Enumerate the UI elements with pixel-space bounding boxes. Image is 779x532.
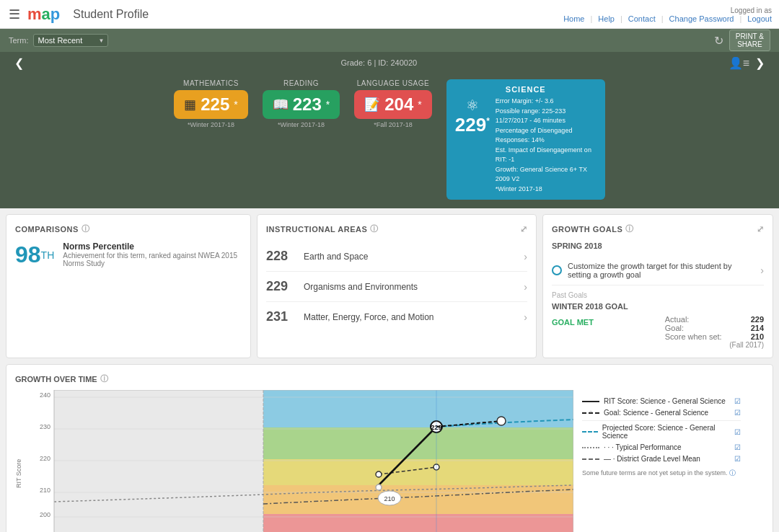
svg-rect-3: [263, 427, 573, 459]
comparisons-title: COMPARISONS ⓘ: [15, 223, 242, 234]
score-when-set-note: (Fall 2017): [665, 341, 764, 349]
legend-check-2[interactable]: ☑: [734, 409, 741, 417]
goal-label: Goal:: [665, 324, 684, 332]
goal-value: 214: [751, 324, 764, 332]
legend-solid-black-line: [582, 401, 599, 402]
language-term: *Fall 2017-18: [354, 121, 432, 128]
math-term: *Winter 2017-18: [174, 121, 248, 128]
growth-goals-info-icon[interactable]: ⓘ: [625, 223, 634, 234]
term-select[interactable]: Most Recent Winter 2017-18 Fall 2017-18: [33, 34, 108, 47]
legend-check-3[interactable]: ☑: [734, 428, 741, 436]
svg-rect-4: [263, 459, 573, 485]
inst-score-3: 231: [266, 309, 295, 324]
percentile-info: Norms Percentile Achievement for this te…: [63, 241, 242, 267]
goal-actuals: Actual: 229 Goal: 214 Score when set: 21…: [665, 315, 764, 349]
language-icon: 📝: [364, 97, 380, 112]
legend-district: — · District Grade Level Mean ☑: [582, 455, 741, 463]
legend-check-1[interactable]: ☑: [734, 397, 741, 405]
science-score-area: ⚛ 229*: [455, 97, 490, 194]
reading-term: *Winter 2017-18: [263, 121, 340, 128]
actual-row: Actual: 229: [665, 315, 764, 324]
next-student-arrow[interactable]: ❯: [749, 56, 770, 70]
chart-wrapper: 240 230 220 210 200 190: [25, 390, 573, 532]
chart-legend: RIT Score: Science - General Science ☑ ○…: [582, 390, 741, 532]
refresh-icon[interactable]: ↻: [714, 34, 723, 48]
reading-badge: 📖 223*: [263, 90, 340, 119]
science-score: 229*: [455, 114, 490, 136]
science-details: Error Margin: +/- 3.6 Possible range: 22…: [496, 97, 597, 194]
customize-goal-text: Customize the growth target for this stu…: [568, 262, 754, 279]
math-score-card: MATHEMATICS ▦ 225* *Winter 2017-18: [174, 79, 248, 128]
term-bar: Term: Most Recent Winter 2017-18 Fall 20…: [0, 29, 779, 52]
print-share-button[interactable]: PRINT &SHARE: [729, 30, 770, 51]
term-label: Term:: [9, 36, 29, 45]
inst-row-matter: 231 Matter, Energy, Force, and Motion ›: [266, 302, 527, 332]
change-password-link[interactable]: Change Password: [669, 14, 734, 23]
legend-goal: ○ Goal: Science - General Science ☑: [582, 409, 741, 417]
comparisons-panel: COMPARISONS ⓘ 98TH Norms Percentile Achi…: [6, 214, 251, 358]
logout-link[interactable]: Logout: [747, 14, 772, 23]
svg-text:200: 200: [40, 511, 50, 518]
inst-row-earth: 228 Earth and Space ›: [266, 241, 527, 272]
growth-goals-panel: GROWTH GOALS ⓘ ⤢ SPRING 2018 Customize t…: [542, 214, 773, 358]
goal-row: Goal: 214: [665, 324, 764, 332]
math-subject-label: MATHEMATICS: [174, 79, 248, 87]
reading-asterisk: *: [326, 99, 330, 110]
home-link[interactable]: Home: [563, 14, 584, 23]
legend-dotted-line: [582, 447, 599, 448]
inst-arrow-1[interactable]: ›: [524, 251, 527, 262]
growth-time-info-icon[interactable]: ⓘ: [100, 373, 108, 384]
growth-goals-expand-icon[interactable]: ⤢: [757, 224, 765, 234]
percentile-row: 98TH Norms Percentile Achievement for th…: [15, 241, 242, 268]
inst-label-1: Earth and Space: [304, 252, 515, 262]
chart-container: RIT Score: [15, 390, 764, 532]
legend-check-5[interactable]: ☑: [734, 455, 741, 463]
student-actions: 👤≡: [729, 56, 749, 70]
term-bar-right: ↻ PRINT &SHARE: [714, 30, 770, 51]
reading-subject-label: READING: [263, 79, 340, 87]
y-axis-label: RIT Score: [15, 390, 22, 532]
student-view-icon[interactable]: 👤≡: [729, 56, 749, 70]
legend-note-info[interactable]: ⓘ: [729, 469, 736, 476]
actual-value: 229: [751, 315, 764, 324]
inst-arrow-3[interactable]: ›: [524, 311, 527, 323]
contact-link[interactable]: Contact: [628, 14, 656, 23]
growth-time-title: GROWTH OVER TIME ⓘ: [15, 373, 764, 384]
comparisons-info-icon[interactable]: ⓘ: [82, 223, 90, 234]
logo: map: [27, 5, 60, 24]
help-link[interactable]: Help: [598, 14, 615, 23]
instructional-expand-icon[interactable]: ⤢: [520, 224, 528, 234]
inst-arrow-2[interactable]: ›: [524, 281, 527, 293]
norm-desc: Achievement for this term, ranked agains…: [63, 252, 242, 267]
svg-rect-1: [54, 390, 263, 532]
spring-2018-label: SPRING 2018: [552, 241, 764, 250]
legend-dash-dot-line: [582, 458, 599, 460]
top-nav: ☰ map Student Profile Logged in as Home|…: [0, 0, 779, 29]
goal-met-label: GOAL MET: [552, 318, 594, 327]
instructional-info-icon[interactable]: ⓘ: [370, 223, 379, 234]
reading-score-card: READING 📖 223* *Winter 2017-18: [263, 79, 340, 128]
svg-text:220: 220: [40, 455, 50, 462]
hamburger-icon[interactable]: ☰: [9, 6, 20, 22]
instructional-title: INSTRUCTIONAL AREAS ⓘ ⤢: [266, 223, 527, 234]
customize-goal-arrow[interactable]: ›: [760, 265, 764, 276]
legend-check-4[interactable]: ☑: [734, 443, 741, 451]
svg-text:230: 230: [40, 423, 50, 430]
math-icon: ▦: [184, 97, 196, 112]
prev-student-arrow[interactable]: ❮: [9, 56, 30, 70]
legend-note: Some future terms are not yet setup in t…: [582, 469, 741, 478]
legend-blue-dashed: [582, 431, 598, 433]
inst-label-3: Matter, Energy, Force, and Motion: [304, 312, 515, 322]
logged-in-label: Logged in as: [731, 6, 772, 14]
svg-text:210: 210: [40, 487, 50, 494]
target-icon: [552, 265, 562, 275]
legend-divider: [582, 420, 741, 421]
svg-text:210: 210: [384, 495, 395, 502]
percentile-number: 98TH: [15, 241, 54, 268]
chart-svg: 240 230 220 210 200 190: [25, 390, 573, 532]
chart-area: 240 230 220 210 200 190: [25, 390, 573, 532]
chart-with-axis: RIT Score: [15, 390, 573, 532]
norm-title: Norms Percentile: [63, 241, 242, 252]
customize-goal-row[interactable]: Customize the growth target for this stu…: [552, 256, 764, 285]
winter-goal-section: WINTER 2018 GOAL GOAL MET Actual: 229 Go…: [552, 302, 764, 349]
